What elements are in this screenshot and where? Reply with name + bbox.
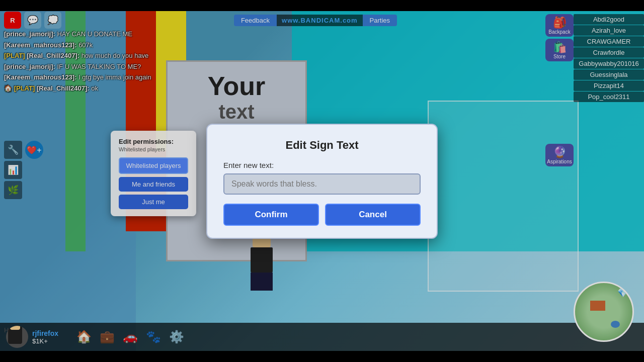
modal-overlay: Edit Sign Text Enter new text: Confirm C… [0, 0, 644, 362]
edit-sign-modal: Edit Sign Text Enter new text: Confirm C… [206, 124, 438, 239]
confirm-button[interactable]: Confirm [223, 204, 319, 226]
modal-text-input[interactable] [223, 173, 421, 195]
modal-label: Enter new text: [223, 161, 421, 169]
modal-title: Edit Sign Text [223, 139, 421, 152]
modal-buttons: Confirm Cancel [223, 204, 421, 226]
cancel-button[interactable]: Cancel [325, 204, 421, 226]
